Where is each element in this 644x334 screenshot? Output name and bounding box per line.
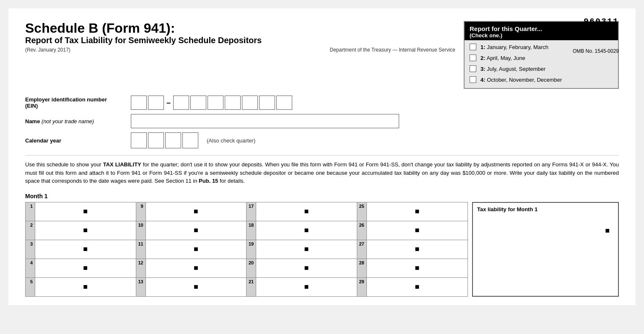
cal-box-4[interactable] xyxy=(182,132,198,148)
calendar-section: Calendar year (Also check quarter) xyxy=(25,132,619,148)
ein-box-1[interactable] xyxy=(131,96,147,110)
tax-liability-field[interactable]: ■ xyxy=(473,214,618,248)
day-num-26: 26 xyxy=(357,221,366,240)
ein-box-8[interactable] xyxy=(259,96,275,110)
quarter-box-subtitle: (Check one.) xyxy=(470,32,613,39)
quarter-option-4: 4: October, November, December xyxy=(470,76,613,83)
ein-box-7[interactable] xyxy=(242,96,258,110)
form-page: 960311 OMB No. 1545-0029 Schedule B (For… xyxy=(8,8,636,305)
day-cell-28: 28 ■ xyxy=(357,259,468,277)
day-field-17[interactable]: ■ xyxy=(256,202,356,221)
day-num-9: 9 xyxy=(136,202,145,221)
day-row-5: 5 ■ 13 ■ 21 ■ 29 ■ xyxy=(26,278,467,296)
ein-boxes: – xyxy=(131,96,292,110)
day-field-29[interactable]: ■ xyxy=(366,278,467,296)
form-rev: (Rev. January 2017) xyxy=(25,47,70,53)
day-num-27: 27 xyxy=(357,240,366,259)
day-num-1: 1 xyxy=(26,202,35,221)
quarter-box-body: 1: January, February, March 2: April, Ma… xyxy=(465,40,618,88)
calendar-label: Calendar year xyxy=(25,137,126,144)
day-num-3: 3 xyxy=(26,240,35,259)
also-check-text: (Also check quarter) xyxy=(207,137,255,144)
day-cell-17: 17 ■ xyxy=(247,202,357,221)
day-field-21[interactable]: ■ xyxy=(256,278,356,296)
quarter-checkbox-1[interactable] xyxy=(470,44,476,50)
quarter-option-4-label: 4: October, November, December xyxy=(480,77,562,83)
tax-liability-title: Tax liability for Month 1 xyxy=(473,203,618,214)
instructions-text: Use this schedule to show your TAX LIABI… xyxy=(25,161,619,184)
form-code: 960311 xyxy=(584,17,619,26)
day-num-17: 17 xyxy=(247,202,256,221)
quarter-option-3: 3: July, August, September xyxy=(470,65,613,72)
day-num-18: 18 xyxy=(247,221,256,240)
day-cell-4: 4 ■ xyxy=(26,259,136,277)
day-row-4: 4 ■ 12 ■ 20 ■ 28 ■ xyxy=(26,259,467,278)
day-cell-26: 26 ■ xyxy=(357,221,468,240)
ein-box-6[interactable] xyxy=(225,96,241,110)
day-cell-9: 9 ■ xyxy=(136,202,247,221)
ein-box-4[interactable] xyxy=(190,96,206,110)
day-num-13: 13 xyxy=(136,278,145,296)
quarter-checkbox-3[interactable] xyxy=(470,65,476,72)
cal-box-1[interactable] xyxy=(131,132,147,148)
day-num-20: 20 xyxy=(247,259,256,277)
tax-liability-box: Tax liability for Month 1 ■ xyxy=(472,202,619,297)
quarter-option-3-label: 3: July, August, September xyxy=(480,66,545,72)
day-field-25[interactable]: ■ xyxy=(366,202,467,221)
day-num-5: 5 xyxy=(26,278,35,296)
day-field-28[interactable]: ■ xyxy=(366,259,467,277)
day-field-1[interactable]: ■ xyxy=(35,202,136,221)
name-input[interactable] xyxy=(131,114,399,128)
cal-box-3[interactable] xyxy=(165,132,181,148)
day-num-10: 10 xyxy=(136,221,145,240)
ein-box-5[interactable] xyxy=(208,96,223,110)
day-cell-5: 5 ■ xyxy=(26,278,136,296)
day-field-27[interactable]: ■ xyxy=(366,240,467,259)
day-field-19[interactable]: ■ xyxy=(256,240,356,259)
day-field-9[interactable]: ■ xyxy=(145,202,247,221)
ein-dash: – xyxy=(166,98,171,107)
day-field-13[interactable]: ■ xyxy=(145,278,246,296)
day-num-21: 21 xyxy=(247,278,256,296)
day-field-11[interactable]: ■ xyxy=(145,240,246,259)
day-cell-12: 12 ■ xyxy=(136,259,247,277)
day-field-12[interactable]: ■ xyxy=(145,259,246,277)
month1-section: 1 ■ 9 ■ 17 ■ 25 ■ 2 xyxy=(25,202,619,297)
day-num-25: 25 xyxy=(357,202,366,221)
quarter-option-2-label: 2: April, May, June xyxy=(480,55,525,61)
day-cell-18: 18 ■ xyxy=(247,221,357,240)
day-field-5[interactable]: ■ xyxy=(35,278,136,296)
day-field-3[interactable]: ■ xyxy=(35,240,136,259)
day-field-10[interactable]: ■ xyxy=(145,221,246,240)
header-left: Schedule B (Form 941): Report of Tax Lia… xyxy=(25,21,455,54)
ein-box-3[interactable] xyxy=(173,96,189,110)
ein-label: Employer identification number(EIN) xyxy=(25,96,126,109)
day-num-4: 4 xyxy=(26,259,35,277)
day-cell-29: 29 ■ xyxy=(357,278,468,296)
day-field-2[interactable]: ■ xyxy=(35,221,136,240)
form-title: Schedule B (Form 941): xyxy=(25,21,455,36)
cal-box-2[interactable] xyxy=(148,132,164,148)
quarter-checkbox-2[interactable] xyxy=(470,54,476,61)
ein-box-9[interactable] xyxy=(276,96,292,110)
form-subtitle: Report of Tax Liability for Semiweekly S… xyxy=(25,36,455,45)
day-cell-19: 19 ■ xyxy=(247,240,357,259)
day-cell-11: 11 ■ xyxy=(136,240,247,259)
day-num-19: 19 xyxy=(247,240,256,259)
day-cell-10: 10 ■ xyxy=(136,221,247,240)
name-section: Name (not your trade name) xyxy=(25,114,619,128)
form-dept: Department of the Treasury — Internal Re… xyxy=(330,47,455,53)
day-cell-2: 2 ■ xyxy=(26,221,136,240)
day-num-2: 2 xyxy=(26,221,35,240)
ein-box-2[interactable] xyxy=(148,96,164,110)
omb-number: OMB No. 1545-0029 xyxy=(573,48,619,54)
day-field-20[interactable]: ■ xyxy=(256,259,356,277)
day-row-2: 2 ■ 10 ■ 18 ■ 26 ■ xyxy=(26,221,467,240)
quarter-checkbox-4[interactable] xyxy=(470,76,476,83)
quarter-box: Report for this Quarter... (Check one.) … xyxy=(464,21,619,89)
day-field-18[interactable]: ■ xyxy=(256,221,356,240)
day-field-26[interactable]: ■ xyxy=(366,221,467,240)
calendar-boxes xyxy=(131,132,198,148)
day-field-4[interactable]: ■ xyxy=(35,259,136,277)
name-label: Name (not your trade name) xyxy=(25,118,126,124)
